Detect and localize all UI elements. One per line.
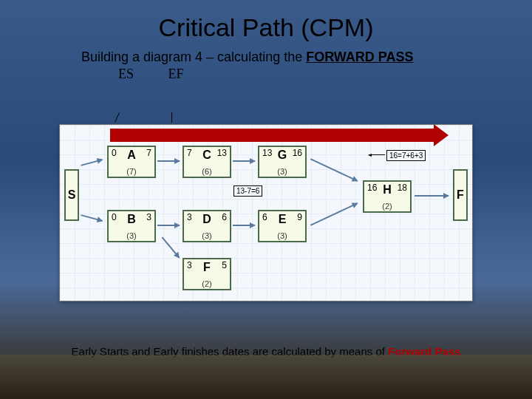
finish-terminal: F — [453, 169, 468, 221]
node-g-dur: (3) — [259, 167, 305, 176]
node-h-dur: (2) — [364, 202, 410, 211]
es-ef-labels: ES EF — [118, 66, 532, 82]
annotation-13-7: 13-7=6 — [233, 185, 262, 197]
es-tick — [115, 112, 120, 122]
node-c-dur: (6) — [184, 167, 230, 176]
forward-pass-arrow — [110, 129, 435, 142]
arrow-e-h — [310, 202, 358, 225]
node-h: 16 H 18 (2) — [363, 180, 412, 213]
annotation-16-arrow — [369, 154, 385, 155]
ef-label: EF — [168, 66, 184, 81]
node-f-ef: 5 — [222, 260, 227, 270]
node-a: 0 A 7 (7) — [107, 146, 156, 178]
node-c-ef: 13 — [217, 148, 227, 158]
arrow-c-g — [233, 160, 255, 162]
arrow-s-a — [81, 159, 102, 166]
node-g-ef: 16 — [293, 148, 302, 158]
arrow-s-b — [81, 214, 102, 222]
node-e-dur: (3) — [259, 231, 305, 240]
arrow-a-c — [157, 160, 180, 162]
arrow-b-d — [157, 225, 180, 226]
node-b: 0 B 3 (3) — [107, 210, 156, 242]
ef-tick — [171, 112, 172, 123]
start-terminal: S — [64, 169, 79, 221]
node-f: 3 F 5 (2) — [183, 258, 231, 290]
landscape-decoration — [0, 355, 532, 399]
subtitle-bold: FORWARD PASS — [306, 50, 413, 64]
node-e: 6 E 9 (3) — [258, 210, 307, 242]
annotation-16: 16=7+6+3 — [386, 150, 426, 161]
node-a-dur: (7) — [109, 167, 154, 176]
arrow-h-finish — [415, 195, 449, 197]
node-g: 13 G 16 (3) — [258, 146, 307, 178]
cpm-diagram: S F 0 A 7 (7) 7 C 13 (6) 13 G 16 (3) 0 B… — [59, 124, 473, 301]
node-h-ef: 18 — [398, 183, 407, 193]
arrow-b-f — [162, 237, 180, 259]
arrow-g-h — [310, 158, 358, 181]
subtitle: Building a diagram 4 – calculating the F… — [81, 50, 532, 65]
subtitle-prefix: Building a diagram 4 – calculating the — [81, 50, 306, 64]
node-e-ef: 9 — [297, 212, 302, 222]
es-label: ES — [118, 66, 134, 81]
node-b-ef: 3 — [146, 212, 151, 222]
node-d: 3 D 6 (3) — [183, 210, 231, 242]
node-b-dur: (3) — [109, 231, 154, 240]
node-a-ef: 7 — [146, 148, 151, 158]
page-title: Critical Path (CPM) — [0, 13, 532, 42]
node-d-dur: (3) — [184, 231, 230, 240]
arrow-d-e — [233, 225, 255, 226]
node-c: 7 C 13 (6) — [183, 146, 231, 178]
node-d-ef: 6 — [222, 212, 227, 222]
node-f-dur: (2) — [184, 279, 230, 288]
